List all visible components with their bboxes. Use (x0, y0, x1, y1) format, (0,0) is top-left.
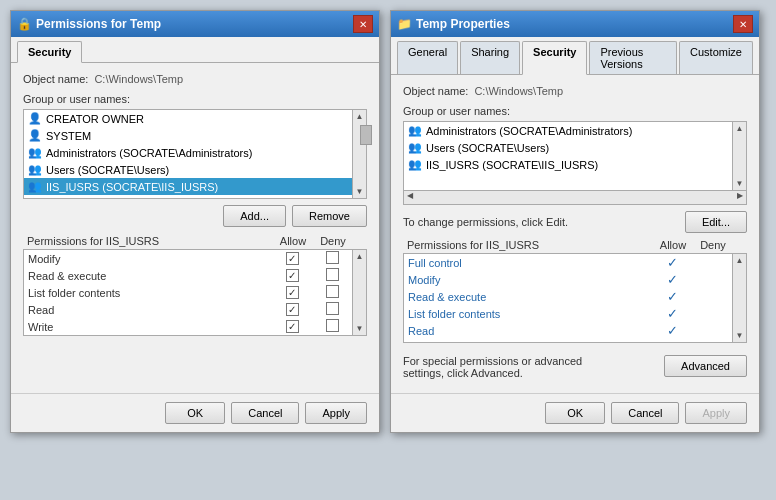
tab-sharing[interactable]: Sharing (460, 41, 520, 74)
list-item-selected[interactable]: 👥 IIS_IUSRS (SOCRATE\IIS_IUSRS) (24, 178, 352, 195)
tab-security-1[interactable]: Security (17, 41, 82, 63)
list-item[interactable]: 👥 Administrators (SOCRATE\Administrators… (404, 122, 732, 139)
perm-scroll-up-1[interactable]: ▲ (354, 250, 366, 263)
allow-header-2: Allow (653, 237, 693, 253)
tab-customize[interactable]: Customize (679, 41, 753, 74)
users-list-1: 👤 CREATOR OWNER 👤 SYSTEM 👥 Administrator… (23, 109, 367, 199)
window2-icon: 📁 (397, 17, 412, 31)
perm-row: Read (24, 301, 352, 318)
tab-previous-versions[interactable]: Previous Versions (589, 41, 677, 74)
perm-scroll-down-2[interactable]: ▼ (734, 329, 746, 342)
allow-checkbox[interactable] (286, 269, 299, 282)
cancel-button-2[interactable]: Cancel (611, 402, 679, 424)
allow-check: ✓ (667, 272, 678, 287)
object-name-row-2: Object name: C:\Windows\Temp (403, 85, 747, 97)
perm-scroll-down-1[interactable]: ▼ (354, 322, 366, 335)
deny-checkbox[interactable] (326, 285, 339, 298)
permissions-window: 🔒 Permissions for Temp ✕ Security Object… (10, 10, 380, 433)
bottom-buttons-2: OK Cancel Apply (391, 393, 759, 432)
horiz-scroll-2: ◀ ▶ (403, 191, 747, 205)
content-2: Object name: C:\Windows\Temp Group or us… (391, 75, 759, 393)
user-icon: 👥 (28, 180, 42, 193)
advanced-button[interactable]: Advanced (664, 355, 747, 377)
special-note: For special permissions or advanced sett… (403, 355, 623, 379)
allow-check: ✓ (667, 323, 678, 338)
perm-list-2: Full control ✓ Modify ✓ (403, 253, 747, 343)
apply-button-2[interactable]: Apply (685, 402, 747, 424)
tab-security[interactable]: Security (522, 41, 587, 75)
perm-row: Modify (24, 250, 352, 267)
deny-checkbox[interactable] (326, 251, 339, 264)
perm-row: Write (24, 318, 352, 335)
content-1: Object name: C:\Windows\Temp Group or us… (11, 63, 379, 393)
object-label-2: Object name: (403, 85, 468, 97)
window1-icon: 🔒 (17, 17, 32, 31)
user-icon: 👥 (28, 163, 42, 176)
object-label-1: Object name: (23, 73, 88, 85)
users-list-2: 👥 Administrators (SOCRATE\Administrators… (403, 121, 747, 191)
bottom-buttons-1: OK Cancel Apply (11, 393, 379, 432)
object-value-1: C:\Windows\Temp (94, 73, 183, 85)
permissions-table-1: Permissions for IIS_IUSRS Allow Deny (23, 233, 367, 249)
user-icon: 👥 (408, 124, 422, 137)
scroll-left-2[interactable]: ◀ (404, 191, 416, 204)
deny-checkbox[interactable] (326, 302, 339, 315)
ok-button-2[interactable]: OK (545, 402, 605, 424)
perm-list-1: Modify Read & execute (23, 249, 367, 336)
object-name-row-1: Object name: C:\Windows\Temp (23, 73, 367, 85)
object-value-2: C:\Windows\Temp (474, 85, 563, 97)
list-item[interactable]: 👥 Users (SOCRATE\Users) (404, 139, 732, 156)
title-bar-2: 📁 Temp Properties ✕ (391, 11, 759, 37)
allow-checkbox[interactable] (286, 320, 299, 333)
close-button-1[interactable]: ✕ (353, 15, 373, 33)
scroll-up-2[interactable]: ▲ (734, 122, 746, 135)
add-button[interactable]: Add... (223, 205, 286, 227)
scroll-up-1[interactable]: ▲ (354, 110, 366, 123)
tabs-1: Security (11, 37, 379, 63)
allow-checkbox[interactable] (286, 286, 299, 299)
properties-window: 📁 Temp Properties ✕ General Sharing Secu… (390, 10, 760, 433)
change-note: To change permissions, click Edit. (403, 216, 568, 228)
perm-row: Full control ✓ (404, 254, 732, 271)
ok-button-1[interactable]: OK (165, 402, 225, 424)
advanced-row: For special permissions or advanced sett… (403, 349, 747, 383)
list-item[interactable]: 👤 SYSTEM (24, 127, 352, 144)
perm-row: Modify ✓ (404, 271, 732, 288)
scroll-down-2[interactable]: ▼ (734, 177, 746, 190)
allow-check: ✓ (667, 289, 678, 304)
tab-general[interactable]: General (397, 41, 458, 74)
perm-row: Read & execute (24, 267, 352, 284)
deny-checkbox[interactable] (326, 319, 339, 332)
change-perms-row: To change permissions, click Edit. Edit.… (403, 211, 747, 233)
window2-title: Temp Properties (416, 17, 733, 31)
allow-checkbox[interactable] (286, 303, 299, 316)
perm-row: Read ✓ (404, 322, 732, 339)
perm-row: List folder contents ✓ (404, 305, 732, 322)
allow-header: Allow (273, 233, 313, 249)
list-item[interactable]: 👥 Administrators (SOCRATE\Administrators… (24, 144, 352, 161)
perm-row: List folder contents (24, 284, 352, 301)
apply-button-1[interactable]: Apply (305, 402, 367, 424)
allow-check: ✓ (667, 306, 678, 321)
perm-row: Read & execute ✓ (404, 288, 732, 305)
edit-button[interactable]: Edit... (685, 211, 747, 233)
user-icon: 👥 (408, 158, 422, 171)
cancel-button-1[interactable]: Cancel (231, 402, 299, 424)
deny-header-2: Deny (693, 237, 733, 253)
perm-col-header-2: Permissions for IIS_IUSRS (403, 237, 653, 253)
list-item[interactable]: 👥 IIS_IUSRS (SOCRATE\IIS_IUSRS) (404, 156, 732, 173)
user-icon: 👥 (28, 146, 42, 159)
group-label-2: Group or user names: (403, 105, 747, 117)
perm-scroll-up-2[interactable]: ▲ (734, 254, 746, 267)
tabs-2: General Sharing Security Previous Versio… (391, 37, 759, 75)
deny-checkbox[interactable] (326, 268, 339, 281)
scroll-down-1[interactable]: ▼ (354, 185, 366, 198)
user-icon: 👤 (28, 112, 42, 125)
list-item[interactable]: 👤 CREATOR OWNER (24, 110, 352, 127)
add-remove-row: Add... Remove (23, 205, 367, 227)
remove-button[interactable]: Remove (292, 205, 367, 227)
list-item[interactable]: 👥 Users (SOCRATE\Users) (24, 161, 352, 178)
close-button-2[interactable]: ✕ (733, 15, 753, 33)
scroll-right-2[interactable]: ▶ (734, 191, 746, 204)
allow-checkbox[interactable] (286, 252, 299, 265)
